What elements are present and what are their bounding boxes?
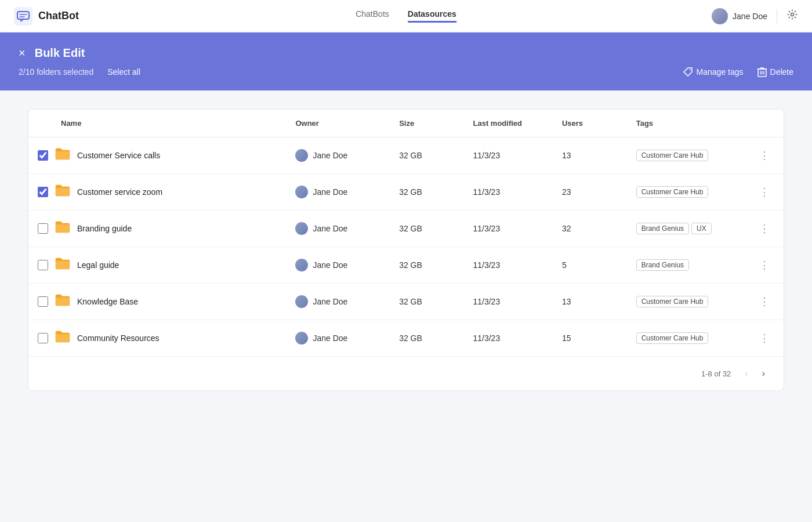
owner-content: Jane Doe — [295, 149, 380, 162]
modified-cell: 11/3/23 — [463, 174, 552, 211]
owner-avatar — [295, 295, 308, 308]
col-header-owner: Owner — [286, 110, 390, 137]
tag-icon — [683, 67, 693, 77]
more-options-button[interactable]: ⋮ — [755, 147, 774, 164]
table-row: Community ResourcesJane Doe32 GB11/3/231… — [28, 320, 784, 357]
col-header-tags: Tags — [627, 110, 745, 137]
table-row: Legal guideJane Doe32 GB11/3/235Brand Ge… — [28, 247, 784, 284]
tag-badge: UX — [691, 223, 712, 234]
actions-cell: ⋮ — [745, 174, 784, 211]
settings-button[interactable] — [786, 9, 798, 23]
modified-cell: 11/3/23 — [463, 211, 552, 247]
row-name-content: Customer Service calls — [38, 147, 277, 164]
header-divider — [777, 9, 777, 23]
col-header-actions — [745, 110, 784, 137]
tags-cell: Brand Genius — [627, 247, 745, 284]
delete-button[interactable]: Delete — [757, 67, 793, 77]
main-nav: ChatBots Datasources — [356, 9, 456, 23]
row-name-text: Community Resources — [77, 334, 160, 343]
row-name-text: Customer Service calls — [77, 151, 160, 160]
actions-cell: ⋮ — [745, 247, 784, 284]
pagination-prev-button[interactable]: ‹ — [740, 366, 752, 381]
row-name-content: Legal guide — [38, 257, 277, 273]
row-checkbox[interactable] — [38, 260, 48, 270]
bulk-close-button[interactable]: × — [19, 47, 26, 59]
actions-cell: ⋮ — [745, 320, 784, 357]
tag-badge: Customer Care Hub — [636, 296, 709, 307]
col-header-name: Name — [28, 110, 286, 137]
table-row: Customer Service callsJane Doe32 GB11/3/… — [28, 137, 784, 174]
owner-cell: Jane Doe — [286, 284, 390, 320]
col-header-size: Size — [390, 110, 463, 137]
folder-icon — [55, 220, 70, 237]
row-checkbox[interactable] — [38, 223, 48, 234]
more-options-button[interactable]: ⋮ — [755, 293, 774, 310]
size-cell: 32 GB — [390, 284, 463, 320]
tags-cell: Customer Care Hub — [627, 284, 745, 320]
name-cell: Branding guide — [28, 211, 286, 247]
size-cell: 32 GB — [390, 174, 463, 211]
manage-tags-button[interactable]: Manage tags — [683, 67, 744, 77]
table-container: Name Owner Size Last modified Users Tags… — [28, 109, 784, 391]
owner-name: Jane Doe — [313, 297, 347, 306]
owner-avatar — [295, 222, 308, 235]
name-cell: Community Resources — [28, 320, 286, 357]
tag-badge: Customer Care Hub — [636, 186, 709, 198]
owner-cell: Jane Doe — [286, 137, 390, 174]
row-name-content: Customer service zoom — [38, 184, 277, 200]
svg-point-5 — [690, 69, 691, 70]
size-cell: 32 GB — [390, 247, 463, 284]
chatbot-logo-icon — [14, 7, 32, 26]
nav-datasources[interactable]: Datasources — [408, 9, 456, 23]
bulk-banner-bottom: 2/10 folders selected Select all Manage … — [19, 67, 793, 77]
tag-badge: Brand Genius — [636, 223, 689, 234]
row-checkbox[interactable] — [38, 150, 48, 161]
owner-name: Jane Doe — [313, 224, 347, 233]
more-options-button[interactable]: ⋮ — [755, 256, 774, 274]
owner-content: Jane Doe — [295, 332, 380, 345]
modified-cell: 11/3/23 — [463, 284, 552, 320]
owner-content: Jane Doe — [295, 222, 380, 235]
user-name: Jane Doe — [733, 12, 767, 21]
more-options-button[interactable]: ⋮ — [755, 329, 774, 347]
tag-badge: Customer Care Hub — [636, 332, 709, 344]
header-right: Jane Doe — [712, 8, 798, 24]
manage-tags-label: Manage tags — [697, 67, 744, 77]
row-checkbox[interactable] — [38, 296, 48, 307]
folder-icon — [55, 330, 70, 346]
owner-content: Jane Doe — [295, 295, 380, 308]
owner-cell: Jane Doe — [286, 320, 390, 357]
more-options-button[interactable]: ⋮ — [755, 220, 774, 237]
actions-cell: ⋮ — [745, 284, 784, 320]
user-info: Jane Doe — [712, 8, 767, 24]
name-cell: Legal guide — [28, 247, 286, 284]
pagination-next-button[interactable]: › — [757, 366, 770, 381]
bulk-actions: Manage tags Delete — [683, 67, 793, 77]
owner-avatar — [295, 186, 308, 198]
col-header-modified: Last modified — [463, 110, 552, 137]
bulk-selected-count: 2/10 folders selected — [19, 67, 93, 77]
row-checkbox[interactable] — [38, 187, 48, 197]
select-all-button[interactable]: Select all — [107, 67, 140, 77]
table-body: Customer Service callsJane Doe32 GB11/3/… — [28, 137, 784, 357]
bulk-banner-top: × Bulk Edit — [19, 46, 793, 60]
owner-avatar — [295, 332, 308, 345]
size-cell: 32 GB — [390, 137, 463, 174]
actions-cell: ⋮ — [745, 137, 784, 174]
owner-content: Jane Doe — [295, 259, 380, 271]
pagination-of: of — [712, 369, 723, 378]
owner-avatar — [295, 149, 308, 162]
modified-cell: 11/3/23 — [463, 247, 552, 284]
owner-cell: Jane Doe — [286, 211, 390, 247]
users-cell: 13 — [553, 137, 627, 174]
row-name-text: Knowledge Base — [77, 297, 138, 306]
nav-chatbots[interactable]: ChatBots — [356, 9, 389, 23]
pagination-info: 1-8 of 32 — [701, 369, 731, 378]
owner-name: Jane Doe — [313, 151, 347, 160]
row-name-content: Knowledge Base — [38, 293, 277, 310]
folders-table: Name Owner Size Last modified Users Tags… — [28, 110, 784, 356]
row-checkbox[interactable] — [38, 333, 48, 343]
bulk-info: 2/10 folders selected Select all — [19, 67, 140, 77]
folder-icon — [55, 147, 70, 164]
more-options-button[interactable]: ⋮ — [755, 183, 774, 201]
